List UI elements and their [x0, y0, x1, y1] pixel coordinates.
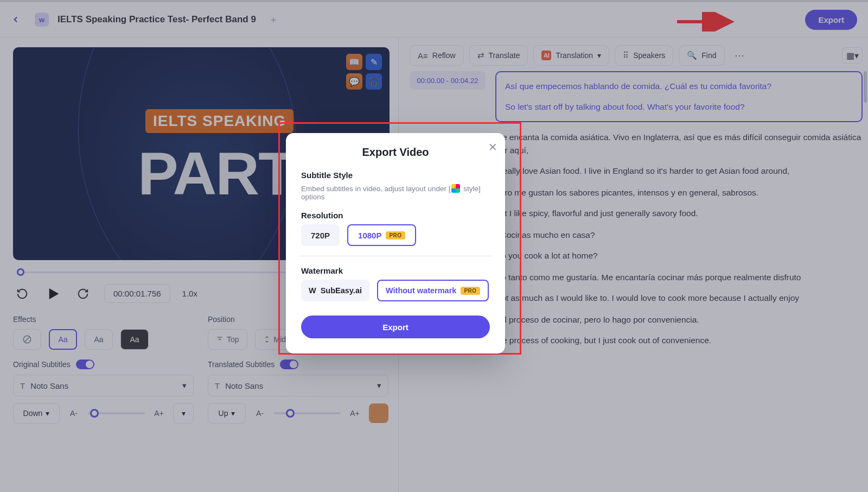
close-icon[interactable]: ✕: [488, 141, 497, 154]
resolution-720p[interactable]: 720P: [301, 224, 340, 246]
resolution-1080p[interactable]: 1080PPRO: [347, 224, 416, 246]
resolution-heading: Resolution: [301, 211, 490, 220]
pro-badge: PRO: [386, 231, 405, 239]
modal-export-button[interactable]: Export: [301, 316, 490, 338]
watermark-heading: Watermark: [301, 266, 490, 275]
brand-logo-icon: W: [309, 286, 316, 295]
modal-title: Export Video: [301, 146, 490, 159]
export-modal: ✕ Export Video Subtitle Style Embed subt…: [286, 133, 505, 354]
pro-badge: PRO: [461, 287, 480, 295]
style-chip-icon: [451, 184, 460, 193]
subtitle-style-heading: Subtitle Style: [301, 171, 490, 180]
watermark-brand[interactable]: W SubEasy.ai: [301, 280, 369, 301]
subtitle-style-hint: Embed subtitles in video, adjust layout …: [301, 184, 490, 201]
watermark-none[interactable]: Without watermarkPRO: [377, 280, 489, 301]
